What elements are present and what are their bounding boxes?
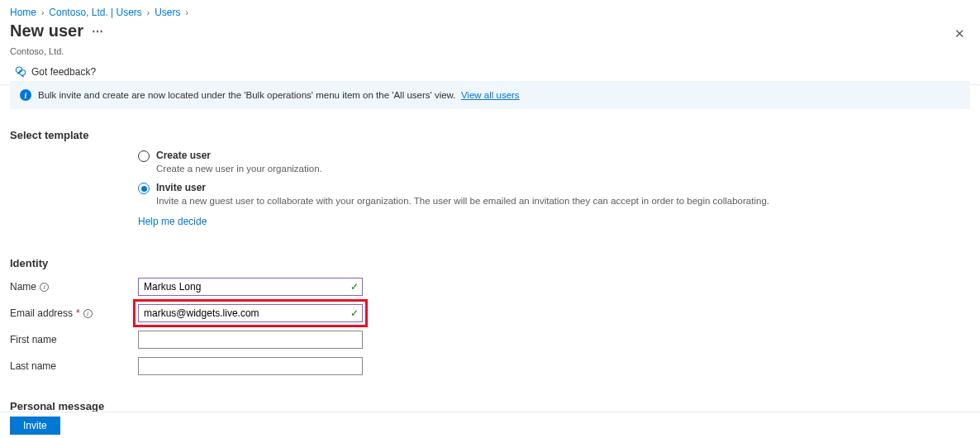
radio-create-user[interactable]: Create user (138, 150, 769, 162)
page-title: New user ⋯ (10, 21, 103, 40)
invite-button[interactable]: Invite (10, 417, 60, 435)
personal-message-section: Personal message (10, 400, 970, 412)
radio-label: Invite user (156, 182, 206, 193)
identity-section: Identity Name i ✓ Email address * i ✓ (10, 257, 970, 375)
info-banner-text: Bulk invite and create are now located u… (38, 90, 520, 100)
radio-create-user-desc: Create a new user in your organization. (156, 164, 769, 174)
help-me-decide-link[interactable]: Help me decide (138, 216, 207, 227)
radio-icon-selected (138, 183, 150, 194)
view-all-users-link[interactable]: View all users (461, 90, 520, 100)
personal-message-heading: Personal message (10, 400, 970, 412)
page-subtitle: Contoso, Ltd. (0, 46, 980, 61)
page-title-text: New user (10, 21, 83, 40)
radio-label: Create user (156, 150, 211, 161)
breadcrumb-users[interactable]: Users (155, 7, 180, 18)
first-name-input[interactable] (138, 331, 363, 349)
last-name-input[interactable] (138, 357, 363, 375)
breadcrumb-home[interactable]: Home (10, 7, 36, 18)
main-content: i Bulk invite and create are now located… (0, 66, 980, 412)
radio-invite-user-desc: Invite a new guest user to collaborate w… (156, 196, 769, 206)
info-banner-msg: Bulk invite and create are now located u… (38, 90, 455, 100)
breadcrumb-org-users[interactable]: Contoso, Ltd. | Users (49, 7, 142, 18)
footer-bar: Invite (0, 412, 980, 438)
chevron-right-icon: › (147, 8, 150, 17)
radio-invite-user[interactable]: Invite user (138, 182, 769, 194)
radio-icon (138, 150, 150, 162)
info-icon: i (20, 89, 31, 101)
chevron-right-icon: › (41, 8, 44, 17)
name-label: Name i (10, 281, 138, 293)
email-label: Email address * i (10, 307, 138, 319)
more-actions-button[interactable]: ⋯ (92, 25, 103, 38)
chevron-right-icon: › (186, 8, 188, 17)
select-template-heading: Select template (10, 129, 970, 141)
info-icon[interactable]: i (40, 283, 49, 292)
info-banner: i Bulk invite and create are now located… (10, 81, 970, 109)
first-name-label: First name (10, 334, 138, 345)
email-input[interactable] (138, 304, 363, 322)
name-input[interactable] (138, 278, 363, 296)
breadcrumb: Home › Contoso, Ltd. | Users › Users › (0, 0, 980, 21)
info-icon[interactable]: i (83, 309, 93, 318)
last-name-label: Last name (10, 360, 138, 372)
close-button[interactable]: ✕ (949, 21, 970, 46)
select-template-section: Select template Create user Create a new… (10, 129, 970, 227)
identity-heading: Identity (10, 257, 970, 269)
required-asterisk: * (76, 307, 80, 319)
